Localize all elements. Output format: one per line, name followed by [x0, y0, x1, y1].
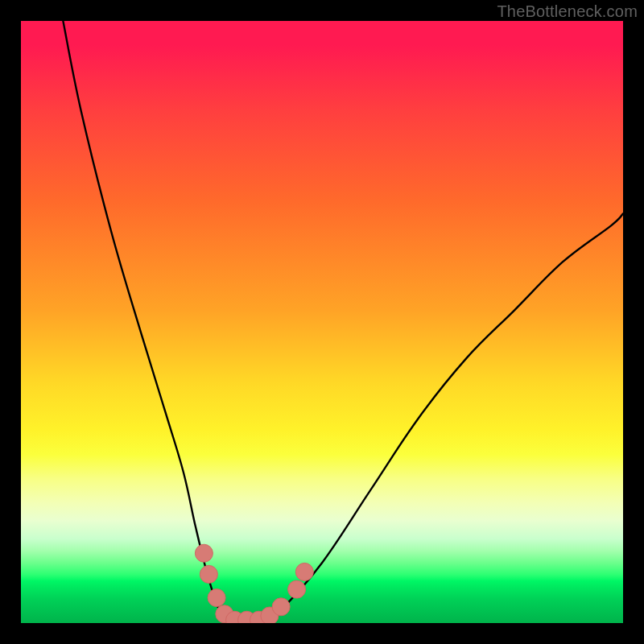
chart-background-gradient — [21, 21, 623, 623]
chart-stage: TheBottleneck.com — [0, 0, 644, 644]
attribution-text: TheBottleneck.com — [497, 2, 638, 21]
